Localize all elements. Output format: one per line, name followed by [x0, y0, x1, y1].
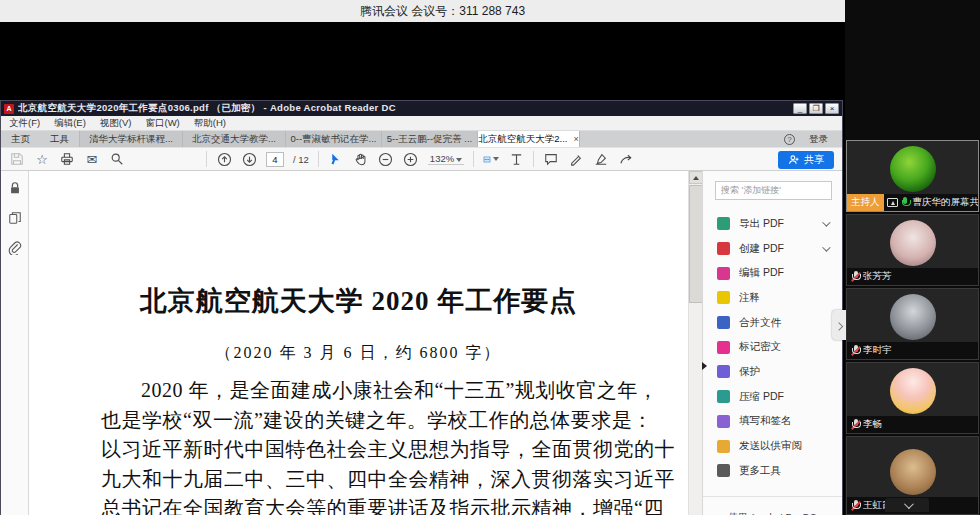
page-number-input[interactable]: 4: [266, 152, 284, 167]
participant-tile-lichang[interactable]: 李畅: [846, 362, 979, 434]
email-icon[interactable]: ✉: [84, 151, 100, 167]
doc-tab-4[interactable]: 5--王云鹏--促完善 ...: [381, 131, 477, 147]
chevron-down-icon[interactable]: [822, 243, 830, 251]
zoom-level-dropdown[interactable]: 132%: [428, 153, 464, 165]
doc-tab-3[interactable]: 0--曹淑敏书记在学...: [285, 131, 381, 147]
tool-more-tools[interactable]: 更多工具: [715, 458, 832, 483]
tool-create-pdf[interactable]: 创建 PDF: [715, 236, 832, 261]
tool-label: 压缩 PDF: [739, 390, 784, 404]
doc-tab-active[interactable]: 北京航空航天大学2... ×: [477, 131, 580, 147]
compress-pdf-icon: [717, 390, 730, 403]
mic-on-icon: [901, 197, 910, 209]
vertical-scrollbar[interactable]: [688, 171, 702, 515]
tool-comment[interactable]: 注释: [715, 286, 832, 311]
next-page-icon[interactable]: [241, 151, 257, 167]
toolbar-divider: [206, 151, 207, 167]
tool-label: 填写和签名: [739, 414, 792, 428]
tab-close-icon[interactable]: ×: [573, 134, 578, 144]
menu-window[interactable]: 窗口(W): [145, 117, 179, 130]
scroll-up-button[interactable]: [689, 171, 703, 184]
host-badge: 主持人: [847, 194, 884, 211]
restore-button[interactable]: ❐: [809, 103, 823, 114]
tool-label: 创建 PDF: [739, 242, 784, 256]
toolbar-divider: [473, 151, 474, 167]
comment-icon[interactable]: [543, 151, 559, 167]
left-rail: [1, 171, 29, 515]
security-lock-icon[interactable]: [8, 181, 22, 195]
highlight-icon[interactable]: [568, 151, 584, 167]
scrollbar-thumb[interactable]: [689, 185, 703, 303]
acrobat-titlebar[interactable]: A 北京航空航天大学2020年工作要点0306.pdf （已加密） - Adob…: [1, 101, 842, 116]
body-line: 也是学校“双一流”建设的关键之年。学校工作的总体要求是：: [101, 406, 663, 436]
sidebar-expand-more-button[interactable]: [885, 498, 929, 512]
tab-home[interactable]: 主页: [1, 131, 40, 147]
mic-muted-icon: [851, 419, 860, 431]
document-body: 2020 年，是全面建成小康社会和“十三五”规划收官之年， 也是学校“双一流”建…: [101, 376, 663, 515]
avatar: [890, 220, 936, 266]
print-icon[interactable]: [59, 151, 75, 167]
tool-combine-files[interactable]: 合并文件: [715, 310, 832, 335]
chevron-down-icon: [456, 158, 462, 162]
menu-bar: 文件(F) 编辑(E) 视图(V) 窗口(W) 帮助(H): [1, 116, 842, 131]
tool-send-for-review[interactable]: 发送以供审阅: [715, 434, 832, 459]
save-icon[interactable]: [9, 151, 25, 167]
help-icon[interactable]: ?: [784, 134, 795, 145]
tools-search-input[interactable]: [715, 181, 832, 200]
body-line: 2020 年，是全面建成小康社会和“十三五”规划收官之年，: [101, 376, 663, 406]
chevron-right-icon: [835, 322, 843, 330]
doc-tab-1[interactable]: 清华大学标杆课程...: [79, 131, 182, 147]
tool-edit-pdf[interactable]: 编辑 PDF: [715, 261, 832, 286]
tool-export-pdf[interactable]: 导出 PDF: [715, 212, 832, 237]
search-zoom-icon[interactable]: [109, 151, 125, 167]
chevron-down-icon: [493, 157, 499, 161]
select-tool-icon[interactable]: [328, 151, 344, 167]
participant-tile-lishiyu[interactable]: 李时宇: [846, 288, 979, 360]
share-button[interactable]: 共享: [778, 151, 834, 169]
menu-file[interactable]: 文件(F): [9, 117, 40, 130]
sign-icon[interactable]: [593, 151, 609, 167]
participant-namebar: 张芳芳: [847, 268, 978, 285]
participant-tile-caoqinghua[interactable]: 主持人 曹庆华的屏幕共...: [846, 140, 979, 212]
participant-name: 曹庆华的屏幕共...: [913, 196, 979, 209]
chevron-down-icon[interactable]: [822, 218, 830, 226]
fit-width-icon[interactable]: [483, 151, 499, 167]
zoom-out-icon[interactable]: [378, 151, 394, 167]
participant-tile-zhangfangfang[interactable]: 张芳芳: [846, 214, 979, 286]
tab-tools[interactable]: 工具: [40, 131, 79, 147]
promo-line: 使用 Acrobat Pro DC: [703, 510, 842, 515]
tool-fill-sign[interactable]: 填写和签名: [715, 409, 832, 434]
panel-collapse-handle[interactable]: [702, 359, 709, 373]
send-icon[interactable]: [618, 151, 634, 167]
pdf-page[interactable]: 北京航空航天大学 2020 年工作要点 （2020 年 3 月 6 日，约 68…: [29, 171, 688, 515]
star-icon[interactable]: ☆: [34, 151, 50, 167]
page-display-icon[interactable]: [508, 151, 524, 167]
menu-help[interactable]: 帮助(H): [194, 117, 226, 130]
tool-compress-pdf[interactable]: 压缩 PDF: [715, 384, 832, 409]
redact-icon: [717, 341, 730, 354]
chevron-down-icon: [903, 499, 913, 509]
toolbar-divider: [318, 151, 319, 167]
participant-name: 张芳芳: [863, 270, 892, 283]
combine-files-icon: [717, 316, 730, 329]
menu-edit[interactable]: 编辑(E): [54, 117, 86, 130]
acrobat-window: A 北京航空航天大学2020年工作要点0306.pdf （已加密） - Adob…: [0, 100, 843, 515]
tool-redact[interactable]: 标记密文: [715, 335, 832, 360]
protect-shield-icon: [717, 365, 730, 378]
tool-protect[interactable]: 保护: [715, 360, 832, 385]
sign-in-link[interactable]: 登录: [809, 133, 828, 146]
minimize-button[interactable]: _: [793, 103, 807, 114]
sidebar-collapse-button[interactable]: [832, 310, 846, 340]
previous-page-icon[interactable]: [216, 151, 232, 167]
hand-tool-icon[interactable]: [353, 151, 369, 167]
attachments-paperclip-icon[interactable]: [8, 241, 22, 255]
mic-muted-icon: [851, 500, 860, 512]
tool-label: 更多工具: [739, 464, 781, 478]
doc-tab-2[interactable]: 北京交通大学教学...: [182, 131, 285, 147]
close-button[interactable]: ×: [825, 103, 839, 114]
avatar: [890, 368, 936, 414]
page-thumbnails-icon[interactable]: [8, 211, 22, 225]
export-pdf-icon: [717, 217, 730, 230]
screen-share-icon: [887, 198, 898, 207]
zoom-in-icon[interactable]: [403, 151, 419, 167]
menu-view[interactable]: 视图(V): [100, 117, 132, 130]
